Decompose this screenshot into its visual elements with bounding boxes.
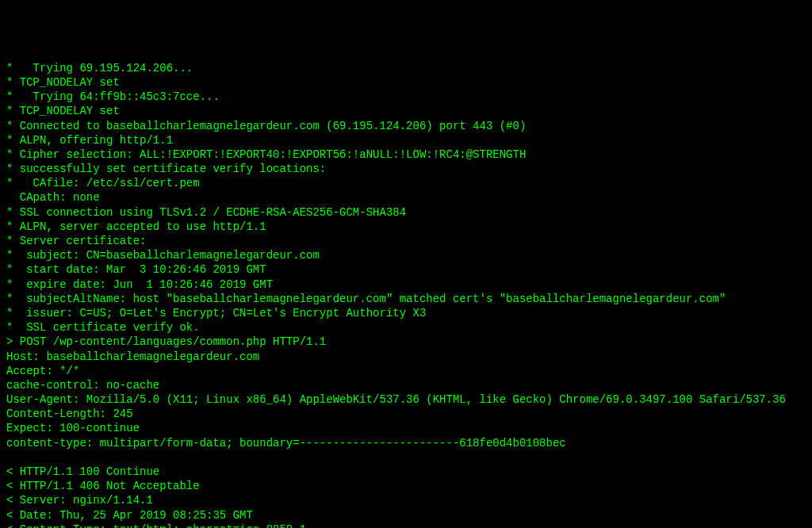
terminal-line: * SSL connection using TLSv1.2 / ECDHE-R… (6, 205, 806, 220)
terminal-line: Content-Length: 245 (6, 407, 806, 421)
terminal-line: < Date: Thu, 25 Apr 2019 08:25:35 GMT (6, 508, 806, 522)
terminal-line: * Connected to baseballcharlemagnelegard… (6, 119, 806, 133)
terminal-line: * successfully set certificate verify lo… (6, 162, 806, 176)
terminal-line: * subjectAltName: host "baseballcharlema… (6, 292, 806, 306)
terminal-line: User-Agent: Mozilla/5.0 (X11; Linux x86_… (6, 392, 806, 407)
terminal-line: * Trying 69.195.124.206... (6, 61, 806, 75)
terminal-line: * SSL certificate verify ok. (6, 320, 806, 335)
terminal-line: * Cipher selection: ALL:!EXPORT:!EXPORT4… (6, 147, 806, 162)
terminal-line: * Trying 64:ff9b::45c3:7cce... (6, 90, 806, 104)
terminal-line: cache-control: no-cache (6, 378, 806, 392)
terminal-line: CApath: none (6, 190, 806, 205)
terminal-line: * Server certificate: (6, 234, 806, 248)
terminal-line: Host: baseballcharlemagnelegardeur.com (6, 350, 806, 364)
terminal-line: * ALPN, server accepted to use http/1.1 (6, 220, 806, 234)
terminal-line: Expect: 100-continue (6, 421, 806, 435)
terminal-output: * Trying 69.195.124.206...* TCP_NODELAY … (6, 61, 806, 528)
terminal-line: < Content-Type: text/html; charset=iso-8… (6, 522, 806, 528)
terminal-line: * CAfile: /etc/ssl/cert.pem (6, 176, 806, 190)
terminal-line: * expire date: Jun 1 10:26:46 2019 GMT (6, 277, 806, 292)
terminal-line: Accept: */* (6, 364, 806, 378)
terminal-line: * subject: CN=baseballcharlemagnelegarde… (6, 248, 806, 262)
terminal-line: * start date: Mar 3 10:26:46 2019 GMT (6, 262, 806, 277)
terminal-line: < HTTP/1.1 100 Continue (6, 465, 806, 479)
terminal-line: content-type: multipart/form-data; bound… (6, 436, 806, 450)
terminal-line (6, 450, 806, 465)
terminal-line: > POST /wp-content/languages/common.php … (6, 335, 806, 349)
terminal-line: < HTTP/1.1 406 Not Acceptable (6, 479, 806, 493)
terminal-line: * ALPN, offering http/1.1 (6, 133, 806, 147)
terminal-line: < Server: nginx/1.14.1 (6, 493, 806, 507)
terminal-line: * TCP_NODELAY set (6, 75, 806, 90)
terminal-line: * TCP_NODELAY set (6, 104, 806, 118)
terminal-line: * issuer: C=US; O=Let's Encrypt; CN=Let'… (6, 306, 806, 320)
